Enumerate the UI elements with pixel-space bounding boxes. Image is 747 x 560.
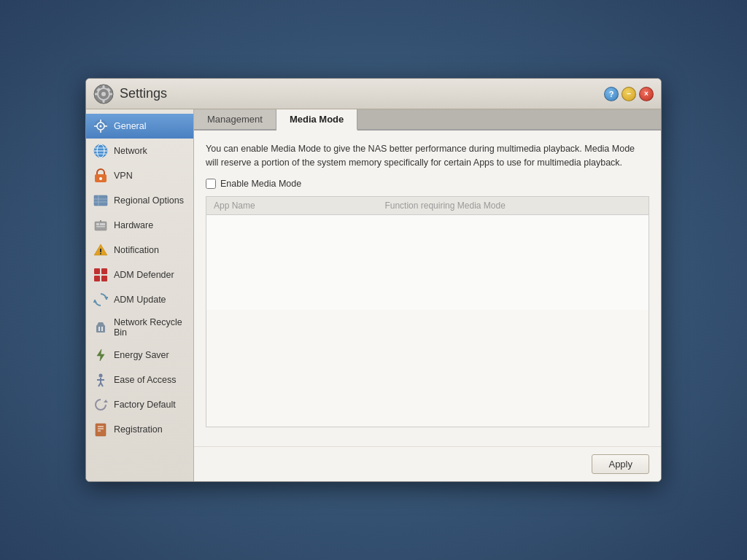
sidebar-label-energy: Energy Saver xyxy=(114,350,169,360)
svg-point-22 xyxy=(99,177,102,180)
sidebar-item-vpn[interactable]: VPN xyxy=(86,163,193,188)
media-mode-description: You can enable Media Mode to give the NA… xyxy=(206,142,649,170)
sidebar-label-notification: Notification xyxy=(114,245,159,255)
sidebar-item-factory-default[interactable]: Factory Default xyxy=(86,392,193,417)
svg-rect-35 xyxy=(94,268,100,274)
tab-content-media-mode: You can enable Media Mode to give the NA… xyxy=(194,131,661,446)
svg-point-34 xyxy=(100,253,101,254)
sidebar-item-hardware[interactable]: Hardware xyxy=(86,213,193,238)
svg-rect-41 xyxy=(96,325,105,332)
svg-rect-36 xyxy=(101,268,107,274)
sidebar-label-ease-access: Ease of Access xyxy=(114,375,176,385)
sidebar-item-general[interactable]: General xyxy=(86,114,193,139)
sidebar-label-general: General xyxy=(114,121,146,131)
svg-rect-5 xyxy=(95,93,98,95)
notification-icon xyxy=(93,243,108,257)
enable-media-mode-label[interactable]: Enable Media Mode xyxy=(220,179,301,189)
svg-line-48 xyxy=(101,383,103,386)
sidebar-label-network: Network xyxy=(114,146,147,156)
network-icon xyxy=(93,144,108,158)
window-controls: ? – × xyxy=(604,87,654,101)
sidebar-label-hardware: Hardware xyxy=(114,220,153,230)
sidebar-item-network-recycle[interactable]: Network Recycle Bin xyxy=(86,312,193,343)
adm-defender-icon xyxy=(93,268,108,282)
sidebar-label-network-recycle: Network Recycle Bin xyxy=(114,317,186,338)
svg-rect-31 xyxy=(100,220,101,222)
app-table: App Name Function requiring Media Mode xyxy=(206,196,649,428)
bottom-bar: Apply xyxy=(194,446,661,481)
svg-rect-38 xyxy=(101,276,107,281)
help-button[interactable]: ? xyxy=(604,87,619,101)
svg-rect-29 xyxy=(96,226,105,228)
svg-rect-3 xyxy=(103,85,105,89)
svg-rect-6 xyxy=(109,93,112,95)
energy-icon xyxy=(93,348,108,362)
tab-media-mode[interactable]: Media Mode xyxy=(276,109,357,131)
registration-icon xyxy=(93,422,108,437)
sidebar-label-registration: Registration xyxy=(114,424,163,435)
svg-rect-23 xyxy=(94,195,107,206)
minimize-button[interactable]: – xyxy=(622,87,636,101)
titlebar: Settings ? – × xyxy=(86,79,661,109)
hardware-icon xyxy=(93,218,108,233)
svg-marker-49 xyxy=(104,400,108,402)
sidebar-item-adm-defender[interactable]: ADM Defender xyxy=(86,262,193,287)
regional-icon xyxy=(93,193,108,208)
svg-point-2 xyxy=(101,92,106,96)
sidebar-item-energy[interactable]: Energy Saver xyxy=(86,343,193,368)
tabs-bar: Management Media Mode xyxy=(194,109,661,131)
sidebar-label-adm-defender: ADM Defender xyxy=(114,270,174,280)
network-recycle-icon xyxy=(93,320,108,335)
close-button[interactable]: × xyxy=(639,87,654,101)
sidebar-item-ease-access[interactable]: Ease of Access xyxy=(86,368,193,392)
settings-icon xyxy=(93,84,114,104)
apply-button[interactable]: Apply xyxy=(592,454,649,474)
factory-default-icon xyxy=(93,397,108,412)
table-header: App Name Function requiring Media Mode xyxy=(206,197,649,215)
sidebar-item-registration[interactable]: Registration xyxy=(86,417,193,442)
col-function-header: Function requiring Media Mode xyxy=(384,201,641,211)
svg-rect-50 xyxy=(96,424,106,436)
window-title: Settings xyxy=(120,86,604,101)
sidebar-label-factory-default: Factory Default xyxy=(114,400,176,410)
main-content: General Network xyxy=(86,109,661,481)
svg-point-44 xyxy=(99,374,103,378)
svg-rect-28 xyxy=(96,223,99,225)
svg-point-11 xyxy=(100,125,102,128)
svg-rect-37 xyxy=(94,276,100,281)
ease-access-icon xyxy=(93,373,108,387)
svg-rect-4 xyxy=(103,99,105,103)
svg-rect-33 xyxy=(100,249,101,252)
sidebar-label-regional: Regional Options xyxy=(114,195,184,206)
vpn-icon xyxy=(93,168,108,183)
settings-window: Settings ? – × xyxy=(85,78,662,482)
sidebar-item-notification[interactable]: Notification xyxy=(86,238,193,262)
col-app-name-header: App Name xyxy=(214,201,384,211)
sidebar-item-regional[interactable]: Regional Options xyxy=(86,188,193,213)
general-icon xyxy=(93,119,108,133)
table-body xyxy=(206,215,649,310)
enable-media-mode-checkbox[interactable] xyxy=(206,179,216,189)
right-panel: Management Media Mode You can enable Med… xyxy=(194,109,661,481)
adm-update-icon xyxy=(93,292,108,307)
svg-rect-30 xyxy=(100,223,105,225)
sidebar-item-network[interactable]: Network xyxy=(86,139,193,163)
enable-media-mode-row: Enable Media Mode xyxy=(206,179,649,189)
sidebar-label-vpn: VPN xyxy=(114,171,133,181)
sidebar: General Network xyxy=(86,109,194,481)
sidebar-label-adm-update: ADM Update xyxy=(114,295,166,305)
sidebar-item-adm-update[interactable]: ADM Update xyxy=(86,287,193,312)
tab-management[interactable]: Management xyxy=(194,109,276,129)
